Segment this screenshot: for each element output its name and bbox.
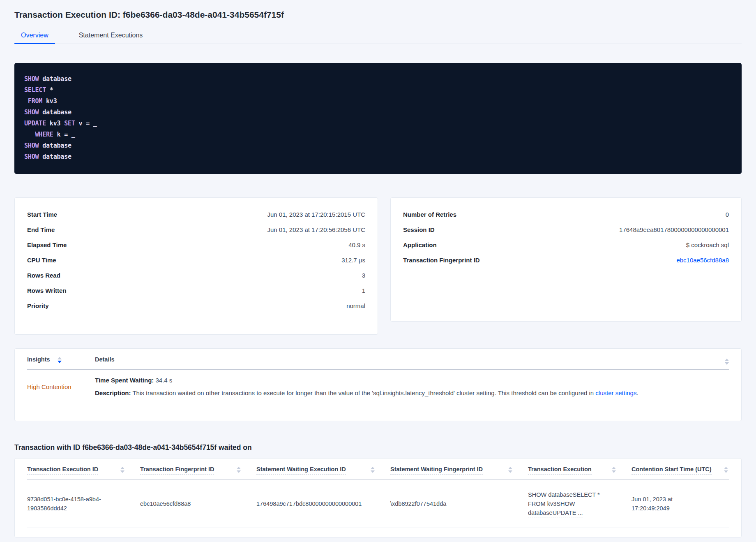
cell-transaction-execution[interactable]: SHOW databaseSELECT * FROM kv3SHOW datab… [528,490,632,517]
summary-row: Number of Retries 0 [403,207,729,222]
summary-row: Priority normal [27,298,365,313]
row-value: 3 [362,272,365,279]
details-column-header: Details [95,356,729,365]
row-label: Transaction Fingerprint ID [403,257,480,264]
insight-description: Description: This transaction waited on … [95,389,729,397]
sort-down-icon [725,362,729,365]
table-row: 9738d051-bc0e-4158-a9b4-1903586ddd42 ebc… [27,479,729,528]
row-label: Start Time [27,211,57,218]
column-header-transaction-fingerprint-id: Transaction Fingerprint ID [140,466,256,475]
row-value: 40.9 s [348,241,365,248]
sort-arrows-icon[interactable] [724,466,728,473]
sort-arrows-icon[interactable] [508,466,512,473]
sort-arrows-icon[interactable] [371,466,375,473]
summary-row: Rows Read 3 [27,268,365,283]
sort-arrows-icon[interactable] [58,356,62,363]
row-value: $ cockroach sql [686,241,729,248]
waited-on-heading: Transaction with ID f6be6366-da03-48de-a… [14,442,742,452]
row-value: 312.7 µs [341,257,365,264]
row-value: Jun 01, 2023 at 17:20:56:2056 UTC [267,226,365,233]
summary-row: CPU Time 312.7 µs [27,252,365,268]
column-header-transaction-execution-id: Transaction Execution ID [27,466,140,475]
row-value: normal [346,302,365,309]
tab-overview[interactable]: Overview [14,28,55,44]
row-label: Rows Written [27,287,67,294]
sort-arrows-icon[interactable] [612,466,616,473]
summary-row: Rows Written 1 [27,283,365,298]
sort-up-icon [508,467,512,469]
page-title: Transaction Execution ID: f6be6366-da03-… [14,0,742,21]
summary-row: Application $ cockroach sql [403,237,729,252]
column-header-statement-waiting-execution-id: Statement Waiting Execution ID [256,466,390,475]
transaction-execution-statements-link[interactable]: SHOW databaseSELECT * FROM kv3SHOW datab… [528,491,600,516]
high-contention-label: High Contention [27,383,95,390]
sort-up-icon [612,467,616,469]
execution-summary-card: Start Time Jun 01, 2023 at 17:20:15:2015… [14,197,378,335]
transaction-fingerprint-link[interactable]: ebc10ae56cfd88a8 [676,257,729,264]
row-label: CPU Time [27,257,56,264]
sort-arrows-icon[interactable] [237,466,241,473]
row-label: Number of Retries [403,211,456,218]
summary-cards-row: Start Time Jun 01, 2023 at 17:20:15:2015… [14,197,742,335]
sort-up-icon [120,467,124,469]
sort-arrows-icon[interactable] [725,358,729,365]
sort-arrows-icon[interactable] [120,466,124,473]
insights-header-label[interactable]: Insights [27,356,50,365]
sort-down-icon [508,470,512,473]
cell-transaction-execution-id: 9738d051-bc0e-4158-a9b4-1903586ddd42 [27,495,140,513]
row-label: Rows Read [27,272,60,279]
sort-up-icon [237,467,241,469]
row-value: Jun 01, 2023 at 17:20:15:2015 UTC [267,211,365,218]
cluster-settings-link[interactable]: cluster settings [595,389,636,396]
summary-row: End Time Jun 01, 2023 at 17:20:56:2056 U… [27,222,365,237]
tab-bar: Overview Statement Executions [14,28,742,44]
summary-row: Session ID 17648a9eea6017800000000000000… [403,222,729,237]
sort-down-icon [724,470,728,473]
sort-up-icon [371,467,375,469]
summary-row: Elapsed Time 40.9 s [27,237,365,252]
summary-row: Transaction Fingerprint ID ebc10ae56cfd8… [403,252,729,268]
details-header-label[interactable]: Details [95,356,115,365]
row-value: 1 [362,287,365,294]
waited-on-table-header: Transaction Execution ID Transaction Fin… [27,466,729,479]
cell-contention-start-time: Jun 01, 2023 at 17:20:49:2049 [632,495,729,513]
cell-statement-waiting-execution-id: 176498a9c717bdc80000000000000001 [256,499,390,508]
insights-column-header: Insights [27,356,95,365]
sort-up-icon [725,359,729,361]
session-summary-card: Number of Retries 0 Session ID 17648a9ee… [390,197,742,322]
row-label: Elapsed Time [27,241,67,248]
insights-table-header: Insights Details [27,356,729,370]
time-spent-waiting: Time Spent Waiting: 34.4 s [95,376,729,384]
insights-table: Insights Details High Contention Time Sp… [14,348,742,421]
summary-row: Start Time Jun 01, 2023 at 17:20:15:2015… [27,207,365,222]
cell-transaction-fingerprint-id: ebc10ae56cfd88a8 [140,499,256,508]
insight-row: High Contention Time Spent Waiting: 34.4… [27,370,729,405]
column-header-transaction-execution: Transaction Execution [528,466,632,475]
sort-down-icon [612,470,616,473]
row-label: End Time [27,226,55,233]
tab-statement-executions[interactable]: Statement Executions [72,28,150,44]
waited-on-table: Transaction Execution ID Transaction Fin… [14,458,742,537]
row-value: 0 [726,211,729,218]
sort-up-icon [724,467,728,469]
column-header-contention-start-time: Contention Start Time (UTC) [632,466,729,475]
row-label: Application [403,241,437,248]
cell-statement-waiting-fingerprint-id: \xdb8922f077541dda [390,499,528,508]
sort-down-icon [58,361,62,363]
insight-details: Time Spent Waiting: 34.4 s Description: … [95,376,729,397]
sort-down-icon [120,470,124,473]
sql-statements-box: SHOW databaseSELECT * FROM kv3SHOW datab… [14,63,742,174]
row-label: Session ID [403,226,435,233]
row-label: Priority [27,302,49,309]
transaction-details-page: Transaction Execution ID: f6be6366-da03-… [0,0,756,537]
sort-down-icon [237,470,241,473]
sort-up-icon [58,357,62,359]
column-header-statement-waiting-fingerprint-id: Statement Waiting Fingerprint ID [390,466,528,475]
session-id-value: 17648a9eea6017800000000000000001 [619,226,729,233]
sort-down-icon [371,470,375,473]
